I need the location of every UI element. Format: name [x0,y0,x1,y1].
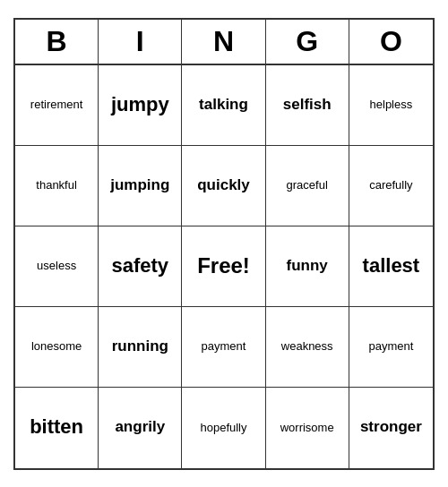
cell-text: safety [111,254,168,278]
bingo-cell: graceful [266,146,349,226]
cell-text: running [112,337,168,355]
cell-text: tallest [363,254,420,278]
bingo-cell: bitten [15,388,99,468]
bingo-cell: carefully [349,146,433,226]
cell-text: bitten [30,415,83,439]
bingo-cell: payment [182,307,265,388]
cell-text: quickly [197,176,250,194]
bingo-cell: useless [15,226,99,307]
header-letter: O [349,20,433,64]
bingo-cell: jumping [99,146,182,226]
bingo-cell: payment [349,307,433,388]
header-letter: I [99,20,182,64]
bingo-cell: stronger [349,388,433,468]
header-letter: G [266,20,349,64]
cell-text: lonesome [31,339,82,354]
bingo-cell: helpless [349,65,433,146]
bingo-cell: hopefully [182,388,265,468]
cell-text: stronger [360,418,422,436]
bingo-cell: tallest [349,226,433,307]
cell-text: payment [202,339,246,354]
bingo-cell: lonesome [15,307,99,388]
bingo-cell: quickly [182,146,265,226]
cell-text: carefully [369,178,412,192]
cell-text: weakness [281,339,333,354]
bingo-cell: safety [99,226,182,307]
cell-text: hopefully [200,421,246,435]
cell-text: helpless [370,98,413,112]
cell-text: angrily [115,418,165,436]
bingo-grid: retirementjumpytalkingselfishhelplesstha… [15,65,433,468]
bingo-cell: thankful [15,146,99,226]
cell-text: jumping [110,176,169,194]
bingo-cell: angrily [99,388,182,468]
bingo-cell: talking [182,65,265,146]
cell-text: jumpy [111,93,169,116]
bingo-cell: worrisome [266,388,349,468]
cell-text: selfish [283,96,332,114]
bingo-cell: selfish [266,65,349,146]
cell-text: talking [199,96,248,114]
bingo-cell: Free! [182,226,265,307]
bingo-card: BINGO retirementjumpytalkingselfishhelpl… [13,18,435,470]
bingo-cell: weakness [266,307,349,388]
header-letter: N [182,20,265,64]
cell-text: Free! [197,253,250,279]
bingo-header: BINGO [15,20,433,65]
bingo-cell: funny [266,226,349,307]
bingo-cell: retirement [15,65,99,146]
cell-text: thankful [36,178,77,192]
cell-text: payment [368,339,413,354]
cell-text: useless [37,259,76,273]
bingo-cell: jumpy [99,65,182,146]
cell-text: graceful [287,178,328,192]
cell-text: retirement [30,98,83,112]
header-letter: B [15,20,99,64]
cell-text: worrisome [280,421,334,435]
cell-text: funny [287,257,328,275]
bingo-cell: running [99,307,182,388]
